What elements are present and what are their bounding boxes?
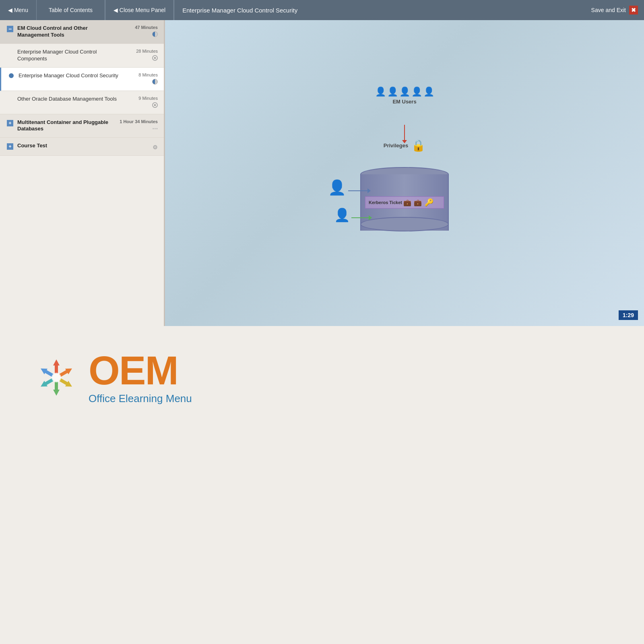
section-3-expand-icon[interactable]: + (6, 143, 14, 150)
svg-marker-4 (53, 382, 60, 396)
close-panel-label: Close Menu Panel (120, 7, 165, 13)
section-1-text: EM Cloud Control and Other Management To… (17, 25, 118, 39)
bottom-logo-section: OEM Office Elearning Menu (0, 326, 644, 429)
arrow-right-2 (351, 217, 369, 218)
sidebar-item-em-security[interactable]: Enterprise Manager Cloud Control Securit… (0, 68, 164, 91)
em-users-label: EM Users (392, 99, 416, 105)
item-em-components-label: Enterprise Manager Cloud Control Compone… (17, 49, 118, 62)
close-panel-arrow-icon: ◀ (114, 7, 118, 13)
main-content: − EM Cloud Control and Other Management … (0, 20, 644, 326)
minus-icon: − (7, 26, 13, 32)
briefcase-icon-2: 💼 (414, 199, 422, 206)
arrow-right-1 (348, 190, 368, 191)
section-2-meta: 1 Hour 34 Minutes ⋯ (120, 119, 158, 132)
sidebar-item-em-components[interactable]: Enterprise Manager Cloud Control Compone… (0, 44, 164, 68)
section-3-meta: ⚙ (122, 142, 158, 151)
save-exit-button[interactable]: Save and Exit ✖ (585, 0, 644, 20)
toc-label: Table of Contents (49, 7, 93, 13)
section-1-status (152, 31, 158, 38)
logo-subtitle: Office Elearning Menu (89, 392, 192, 405)
oem-logo-icon (32, 353, 80, 402)
security-diagram: 👤 👤 👤 👤 👤 EM Users Privileges 🔒 (304, 87, 505, 260)
content-area: 👤 👤 👤 👤 👤 EM Users Privileges 🔒 (165, 20, 644, 326)
kerberos-label: Kerberos Ticket (369, 200, 402, 205)
video-frame: 👤 👤 👤 👤 👤 EM Users Privileges 🔒 (165, 20, 644, 326)
menu-arrow-icon: ◀ (8, 7, 12, 13)
section-1-collapse-icon[interactable]: − (6, 26, 14, 32)
item-em-security-status (152, 79, 158, 86)
section-3-text: Course Test (17, 142, 118, 149)
kerberos-key-icon: 🔑 (425, 198, 433, 207)
close-panel-button[interactable]: ◀ Close Menu Panel (105, 0, 174, 20)
sidebar-section-3[interactable]: + Course Test ⚙ (0, 138, 164, 156)
user-icon-red: 👤 (399, 87, 410, 97)
item-em-security-icon (7, 73, 15, 78)
top-nav-bar: ◀ Menu Table of Contents ◀ Close Menu Pa… (0, 0, 644, 20)
section-3-label: Course Test (17, 142, 118, 149)
user-green-figure: 👤 (334, 207, 350, 223)
sidebar-section-1[interactable]: − EM Cloud Control and Other Management … (0, 20, 164, 44)
save-exit-label: Save and Exit (591, 7, 626, 13)
item-other-oracle-duration: 9 Minutes (138, 96, 158, 101)
app-wrapper: ◀ Menu Table of Contents ◀ Close Menu Pa… (0, 0, 644, 429)
user-icon-green: 👤 (411, 87, 422, 97)
lock-icon: 🔒 (411, 139, 425, 152)
item-other-oracle-status (152, 102, 158, 109)
item-em-security-duration: 8 Minutes (138, 72, 158, 77)
section-1-meta: 47 Minutes (122, 25, 158, 38)
sidebar-item-other-oracle[interactable]: Other Oracle Database Management Tools 9… (0, 91, 164, 114)
course-title: Enterprise Manager Cloud Control Securit… (174, 7, 585, 14)
arrow-down-icon (404, 125, 405, 141)
section-2-label: Multitenant Container and Pluggable Data… (17, 119, 116, 133)
item-em-components-text: Enterprise Manager Cloud Control Compone… (17, 49, 118, 62)
oem-pinwheel-svg (32, 353, 80, 402)
menu-button[interactable]: ◀ Menu (0, 0, 37, 20)
section-2-status: ⋯ (152, 126, 158, 132)
section-1-duration: 47 Minutes (135, 25, 158, 30)
em-users-group: 👤 👤 👤 👤 👤 EM Users (375, 87, 434, 105)
plus-icon-3: + (7, 143, 13, 150)
bullet-icon (9, 73, 14, 78)
item-other-oracle-meta: 9 Minutes (122, 96, 158, 109)
timer-value: 1:29 (623, 312, 634, 318)
section-2-duration: 1 Hour 34 Minutes (120, 119, 158, 124)
plus-icon: + (7, 120, 13, 126)
toc-button[interactable]: Table of Contents (37, 0, 105, 20)
section-1-label: EM Cloud Control and Other Management To… (17, 25, 118, 39)
menu-label: Menu (14, 7, 28, 13)
item-other-oracle-text: Other Oracle Database Management Tools (17, 96, 118, 103)
database-cylinder: SSH Keys 🔑 Kerberos Ticket 💼 💼 🔑 (360, 167, 449, 231)
user-icon-blue: 👤 (375, 87, 386, 97)
item-em-components-meta: 28 Minutes (122, 49, 158, 62)
close-x-icon[interactable]: ✖ (629, 6, 638, 14)
item-em-security-meta: 8 Minutes (122, 72, 158, 86)
section-2-expand-icon[interactable]: + (6, 120, 14, 126)
section-2-text: Multitenant Container and Pluggable Data… (17, 119, 116, 133)
item-em-security-label: Enterprise Manager Cloud Control Securit… (19, 72, 118, 79)
item-other-oracle-label: Other Oracle Database Management Tools (17, 96, 118, 103)
sidebar: − EM Cloud Control and Other Management … (0, 20, 165, 326)
privileges-label: Privileges (384, 142, 408, 149)
svg-point-6 (52, 373, 61, 382)
item-em-components-status (152, 55, 158, 62)
logo-area: OEM Office Elearning Menu (32, 350, 192, 405)
cylinder-bottom (360, 217, 449, 231)
sidebar-section-2[interactable]: + Multitenant Container and Pluggable Da… (0, 114, 164, 138)
logo-text-area: OEM Office Elearning Menu (89, 350, 192, 405)
user-blue-figure: 👤 (328, 179, 346, 196)
item-em-components-duration: 28 Minutes (136, 49, 158, 54)
user-icon-purple: 👤 (423, 87, 434, 97)
privileges-area: Privileges 🔒 (384, 139, 425, 152)
user-icon-orange: 👤 (387, 87, 398, 97)
timer-badge: 1:29 (619, 310, 638, 320)
section-3-status: ⚙ (153, 144, 158, 151)
logo-oem-text: OEM (89, 350, 192, 390)
briefcase-icon-1: 💼 (403, 199, 411, 206)
user-icon-group: 👤 👤 👤 👤 👤 (375, 87, 434, 97)
item-em-security-text: Enterprise Manager Cloud Control Securit… (19, 72, 118, 79)
svg-marker-1 (53, 359, 60, 374)
kerberos-layer: Kerberos Ticket 💼 💼 🔑 (365, 196, 444, 208)
